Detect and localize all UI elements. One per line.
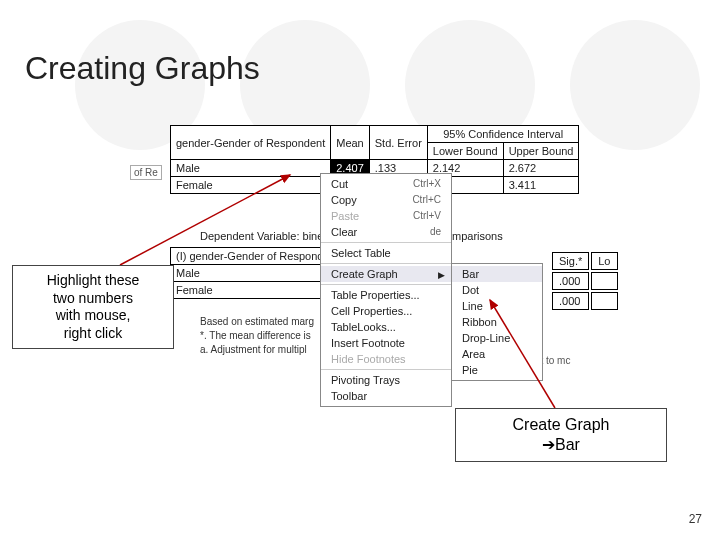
dependent-variable-label: Dependent Variable: binem	[200, 230, 333, 242]
col-lower: Lower Bound	[427, 143, 503, 160]
callout-line: two numbers	[23, 290, 163, 308]
col-mean: Mean	[331, 126, 370, 160]
col-upper: Upper Bound	[503, 143, 579, 160]
menu-copy[interactable]: CopyCtrl+C	[321, 192, 451, 208]
callout-create-graph-bar: Create Graph ➔Bar	[455, 408, 667, 462]
callout-line: Highlight these	[23, 272, 163, 290]
menu-select-table[interactable]: Select Table	[321, 245, 451, 261]
menu-paste: PasteCtrl+V	[321, 208, 451, 224]
menu-toolbar[interactable]: Toolbar	[321, 388, 451, 404]
menu-insert-footnote[interactable]: Insert Footnote	[321, 335, 451, 351]
submenu-area[interactable]: Area	[452, 346, 542, 362]
arrow-glyph: ➔	[542, 436, 555, 453]
chevron-right-icon: ▶	[438, 270, 445, 280]
screenshot-region: of Re gender-Gender of Respondent Mean S…	[170, 125, 670, 395]
context-menu: CutCtrl+X CopyCtrl+C PasteCtrl+V Clearde…	[320, 173, 452, 407]
menu-hide-footnotes: Hide Footnotes	[321, 351, 451, 367]
callout-line: Create Graph	[513, 416, 610, 433]
submenu-dot[interactable]: Dot	[452, 282, 542, 298]
menu-create-graph[interactable]: Create Graph▶ Bar Dot Line Ribbon Drop-L…	[321, 266, 451, 282]
callout-line: right click	[23, 325, 163, 343]
menu-pivoting-trays[interactable]: Pivoting Trays	[321, 372, 451, 388]
submenu-line[interactable]: Line	[452, 298, 542, 314]
submenu-bar[interactable]: Bar	[452, 266, 542, 282]
footnotes-block: Based on estimated marg *. The mean diff…	[200, 315, 314, 357]
create-graph-submenu: Bar Dot Line Ribbon Drop-Line Area Pie	[451, 263, 543, 381]
callout-line: Bar	[555, 436, 580, 453]
truncated-label: of Re	[130, 165, 162, 180]
submenu-dropline[interactable]: Drop-Line	[452, 330, 542, 346]
menu-cell-properties[interactable]: Cell Properties...	[321, 303, 451, 319]
callout-highlight-rightclick: Highlight these two numbers with mouse, …	[12, 265, 174, 349]
submenu-pie[interactable]: Pie	[452, 362, 542, 378]
col-stderr: Std. Error	[369, 126, 427, 160]
menu-clear[interactable]: Clearde	[321, 224, 451, 240]
sig-table: Sig.*Lo .000 .000	[550, 250, 620, 312]
menu-cut[interactable]: CutCtrl+X	[321, 176, 451, 192]
slide-title: Creating Graphs	[25, 50, 260, 87]
menu-table-properties[interactable]: Table Properties...	[321, 287, 451, 303]
comparisons-title-fragment: mparisons	[452, 230, 503, 242]
col-gender: gender-Gender of Respondent	[171, 126, 331, 160]
slide-number: 27	[689, 512, 702, 526]
callout-line: with mouse,	[23, 307, 163, 325]
submenu-ribbon[interactable]: Ribbon	[452, 314, 542, 330]
menu-tablelooks[interactable]: TableLooks...	[321, 319, 451, 335]
col-ci: 95% Confidence Interval	[427, 126, 579, 143]
